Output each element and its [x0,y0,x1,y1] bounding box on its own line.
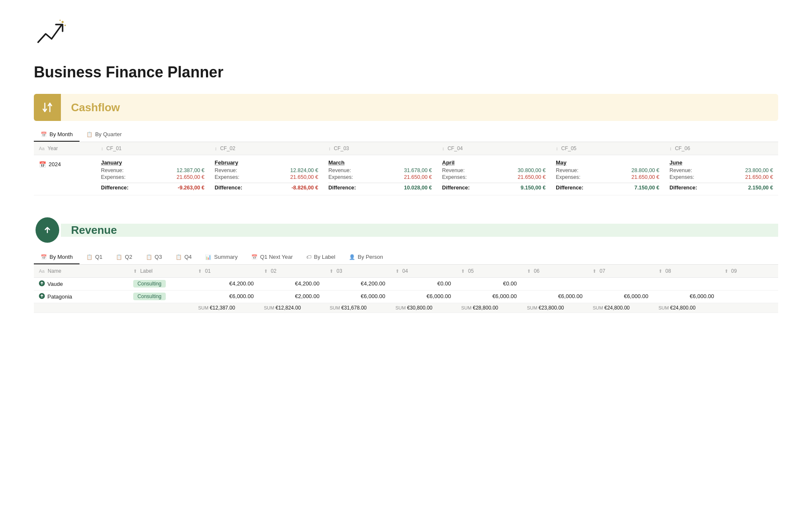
cashflow-tab-by-quarter[interactable]: 📋 By Quarter [80,128,129,142]
revenue-title-box: Revenue [61,224,778,237]
logo-area [34,17,778,55]
year-cell: 📅 2024 [34,155,96,195]
svg-point-2 [60,20,61,21]
revenue-table-wrapper: Aa Name ⬆ Label ⬆ 01 ⬆ 0 [34,265,778,313]
revenue-tab-q1[interactable]: 📋 Q1 [80,250,109,264]
th-cf06[interactable]: ↕ CF_06 [664,142,778,155]
calendar-icon: 📅 [41,132,47,137]
cf-june-cell: June Revenue: 23.800,00 € Expenses: 21.6… [664,155,778,195]
cashflow-icon-box [34,94,61,121]
th-02[interactable]: ⬆ 02 [259,265,325,278]
th-03[interactable]: ⬆ 03 [324,265,390,278]
cf-april-cell: April Revenue: 30.800,00 € Expenses: 21.… [437,155,551,195]
th-label: ⬆ Label [128,265,193,278]
sort-icon-02: ⬆ [264,269,268,274]
vaude-c04: €0.00 [390,278,456,290]
vaude-c08 [653,278,719,290]
revenue-tabs: 📅 By Month 📋 Q1 📋 Q2 📋 Q3 📋 Q4 📊 Sum [34,250,778,265]
th-cf04[interactable]: ↕ CF_04 [437,142,551,155]
cashflow-title-box: Cashflow [61,94,778,121]
page-container: Business Finance Planner Cashflow 📅 By M… [0,0,812,351]
table-row: Vaude Consulting €4,200.00 €4,200.00 €4,… [34,278,778,290]
sort-icon-06: ⬆ [527,269,531,274]
patagonia-label-cell: Consulting [128,290,193,303]
patagonia-c06: €6,000.00 [522,290,588,303]
calendar-icon: 📅 [39,161,46,168]
chart-icon: 📊 [205,254,211,260]
grid-icon: 📋 [86,132,93,137]
label-icon: 🏷 [306,254,311,260]
sum-c08: SUM €24,800.00 [653,303,719,313]
sort-icon-08: ⬆ [658,269,662,274]
revenue-icon-box [36,217,59,243]
vaude-c06 [522,278,588,290]
revenue-tab-by-person[interactable]: 👤 By Person [342,250,390,264]
revenue-tab-q1-next-year[interactable]: 📅 Q1 Next Year [244,250,299,264]
th-05[interactable]: ⬆ 05 [456,265,522,278]
revenue-table: Aa Name ⬆ Label ⬆ 01 ⬆ 0 [34,265,778,313]
vaude-c05: €0.00 [456,278,522,290]
patagonia-c04: €6,000.00 [390,290,456,303]
revenue-tab-by-label[interactable]: 🏷 By Label [299,250,342,264]
patagonia-name-cell: Patagonia [34,290,128,303]
sort-icon: Aa [39,146,44,151]
table-row: 📅 2024 January Revenue: 12.387,00 € [34,155,778,195]
calendar-icon: 📅 [41,254,47,260]
cf-may-cell: May Revenue: 28.800,00 € Expenses: 21.65… [551,155,664,195]
th-06[interactable]: ⬆ 06 [522,265,588,278]
th-08[interactable]: ⬆ 08 [653,265,719,278]
revenue-tab-q4[interactable]: 📋 Q4 [169,250,198,264]
revenue-tab-summary[interactable]: 📊 Summary [198,250,244,264]
grid-icon: 📋 [116,254,122,260]
grid-icon: 📋 [176,254,182,260]
sum-c02: SUM €12,824.00 [259,303,325,313]
patagonia-c07: €6,000.00 [587,290,653,303]
sort-icon-01: ⬆ [198,269,202,274]
vaude-c03: €4,200.00 [324,278,390,290]
sort-icon-05: ⬆ [461,269,465,274]
patagonia-c01: €6,000.00 [193,290,259,303]
svg-point-1 [64,25,66,26]
cashflow-header: Cashflow [34,94,778,121]
cashflow-tab-by-month[interactable]: 📅 By Month [34,128,80,142]
patagonia-c08: €6,000.00 [653,290,719,303]
revenue-section: Revenue 📅 By Month 📋 Q1 📋 Q2 📋 Q3 📋 [34,217,778,313]
vaude-c07 [587,278,653,290]
th-01[interactable]: ⬆ 01 [193,265,259,278]
revenue-header: Revenue [34,217,778,244]
th-07[interactable]: ⬆ 07 [587,265,653,278]
th-04[interactable]: ⬆ 04 [390,265,456,278]
sort-icon-07: ⬆ [593,269,596,274]
cf-january-cell: January Revenue: 12.387,00 € Expenses: 2… [96,155,210,195]
up-arrow-icon [39,293,45,300]
patagonia-c03: €6,000.00 [324,290,390,303]
patagonia-c09 [719,290,778,303]
cashflow-section: Cashflow 📅 By Month 📋 By Quarter Aa [34,94,778,195]
sort-icon-03: ⬆ [329,269,333,274]
cf-february-cell: February Revenue: 12.824,00 € Expenses: … [210,155,324,195]
th-cf02[interactable]: ↕ CF_02 [210,142,324,155]
up-arrow-icon [39,280,45,288]
revenue-tab-q3[interactable]: 📋 Q3 [139,250,169,264]
sum-c07: SUM €24,800.00 [587,303,653,313]
sort-icon-04: ⬆ [395,269,399,274]
th-cf03[interactable]: ↕ CF_03 [323,142,437,155]
revenue-tab-by-month[interactable]: 📅 By Month [34,250,80,264]
patagonia-c02: €2,000.00 [259,290,325,303]
sum-c06: SUM €23,800.00 [522,303,588,313]
table-row: Patagonia Consulting €6,000.00 €2,000.00… [34,290,778,303]
sort-icon-cf02: ↕ [215,146,217,151]
app-logo-icon [34,17,778,55]
th-cf05[interactable]: ↕ CF_05 [551,142,664,155]
revenue-tab-q2[interactable]: 📋 Q2 [109,250,139,264]
cf-march-cell: March Revenue: 31.678,00 € Expenses: 21.… [323,155,437,195]
svg-point-0 [62,21,64,23]
sort-icon-name: Aa [39,269,44,274]
sum-row: SUM €12,387.00 SUM €12,824.00 SUM €31,67… [34,303,778,313]
sort-icon-cf04: ↕ [442,146,444,151]
sort-icon-label: ⬆ [133,269,137,274]
sum-c01: SUM €12,387.00 [193,303,259,313]
th-09[interactable]: ⬆ 09 [719,265,778,278]
th-cf01[interactable]: ↕ CF_01 [96,142,210,155]
grid-icon: 📋 [86,254,93,260]
